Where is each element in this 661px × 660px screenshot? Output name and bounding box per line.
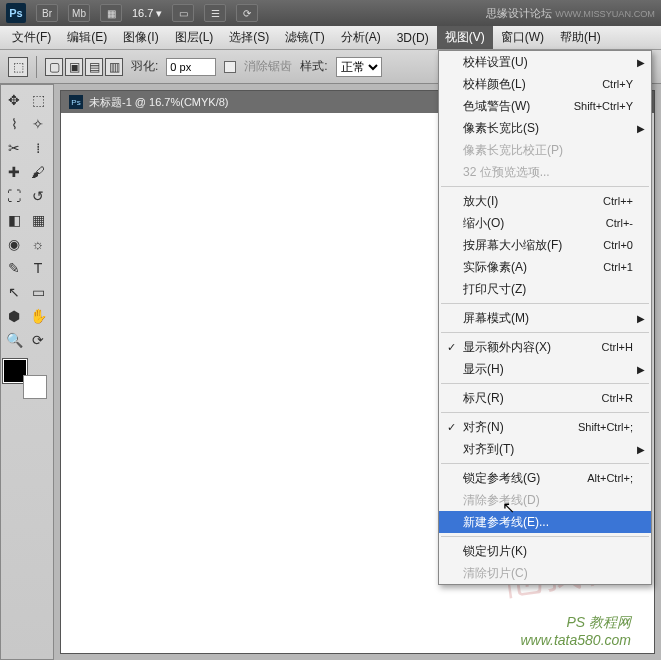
menu-item: 清除参考线(D): [439, 489, 651, 511]
menu-item[interactable]: 显示(H)▶: [439, 358, 651, 380]
menu-item[interactable]: 色域警告(W)Shift+Ctrl+Y: [439, 95, 651, 117]
menu-item: 32 位预览选项...: [439, 161, 651, 183]
intersect-selection[interactable]: ▥: [105, 58, 123, 76]
bridge-button[interactable]: Br: [36, 4, 58, 22]
menu-4[interactable]: 选择(S): [221, 26, 277, 49]
feather-input[interactable]: [166, 58, 216, 76]
antialias-label: 消除锯齿: [244, 58, 292, 75]
toolbox: ✥ ⬚ ⌇ ✧ ✂ ⁞ ✚ 🖌 ⛶ ↺ ◧ ▦ ◉ ☼ ✎ T ↖ ▭ ⬢ ✋ …: [0, 84, 54, 660]
tool-crop[interactable]: ✂: [3, 137, 25, 159]
menu-9[interactable]: 窗口(W): [493, 26, 552, 49]
rotate-view-button[interactable]: ⟳: [236, 4, 258, 22]
add-selection[interactable]: ▣: [65, 58, 83, 76]
menu-item[interactable]: 新建参考线(E)...: [439, 511, 651, 533]
menubar: 文件(F)编辑(E)图像(I)图层(L)选择(S)滤镜(T)分析(A)3D(D)…: [0, 26, 661, 50]
color-swatches[interactable]: [3, 359, 47, 399]
tool-wand[interactable]: ✧: [27, 113, 49, 135]
zoom-display[interactable]: 16.7 ▾: [132, 7, 162, 20]
tool-hand[interactable]: ✋: [27, 305, 49, 327]
menu-item[interactable]: 校样设置(U)▶: [439, 51, 651, 73]
tool-eraser[interactable]: ◧: [3, 209, 25, 231]
tool-zoom[interactable]: 🔍: [3, 329, 25, 351]
background-color[interactable]: [23, 375, 47, 399]
minibridge-button[interactable]: Mb: [68, 4, 90, 22]
antialias-checkbox[interactable]: [224, 61, 236, 73]
menu-item[interactable]: 屏幕模式(M)▶: [439, 307, 651, 329]
tool-rotate[interactable]: ⟳: [27, 329, 49, 351]
style-label: 样式:: [300, 58, 327, 75]
document-title: 未标题-1 @ 16.7%(CMYK/8): [89, 95, 229, 110]
menu-item[interactable]: ✓显示额外内容(X)Ctrl+H: [439, 336, 651, 358]
menu-3[interactable]: 图层(L): [167, 26, 222, 49]
marquee-tool-preset[interactable]: ⬚: [8, 57, 28, 77]
tool-lasso[interactable]: ⌇: [3, 113, 25, 135]
menu-item[interactable]: 对齐到(T)▶: [439, 438, 651, 460]
menu-8[interactable]: 视图(V): [437, 26, 493, 49]
tool-gradient[interactable]: ▦: [27, 209, 49, 231]
tool-path[interactable]: ↖: [3, 281, 25, 303]
selection-mode-group: ▢ ▣ ▤ ▥: [45, 58, 123, 76]
menu-1[interactable]: 编辑(E): [59, 26, 115, 49]
menu-item[interactable]: 像素长宽比(S)▶: [439, 117, 651, 139]
screen-mode-button[interactable]: ▭: [172, 4, 194, 22]
titlebar: Ps Br Mb ▦ 16.7 ▾ ▭ ☰ ⟳ 思缘设计论坛 WWW.MISSY…: [0, 0, 661, 26]
menu-item: 像素长宽比校正(P): [439, 139, 651, 161]
tool-shape[interactable]: ▭: [27, 281, 49, 303]
menu-0[interactable]: 文件(F): [4, 26, 59, 49]
menu-2[interactable]: 图像(I): [115, 26, 166, 49]
menu-item[interactable]: ✓对齐(N)Shift+Ctrl+;: [439, 416, 651, 438]
menu-item[interactable]: 放大(I)Ctrl++: [439, 190, 651, 212]
extras-button[interactable]: ☰: [204, 4, 226, 22]
arrange-button[interactable]: ▦: [100, 4, 122, 22]
tool-pen[interactable]: ✎: [3, 257, 25, 279]
feather-label: 羽化:: [131, 58, 158, 75]
menu-item: 清除切片(C): [439, 562, 651, 584]
new-selection[interactable]: ▢: [45, 58, 63, 76]
menu-item[interactable]: 锁定切片(K): [439, 540, 651, 562]
menu-item[interactable]: 打印尺寸(Z): [439, 278, 651, 300]
tool-dodge[interactable]: ☼: [27, 233, 49, 255]
tool-history[interactable]: ↺: [27, 185, 49, 207]
tool-marquee[interactable]: ⬚: [27, 89, 49, 111]
style-select[interactable]: 正常: [336, 57, 382, 77]
tool-type[interactable]: T: [27, 257, 49, 279]
doc-icon: Ps: [69, 95, 83, 109]
tool-move[interactable]: ✥: [3, 89, 25, 111]
menu-item[interactable]: 标尺(R)Ctrl+R: [439, 387, 651, 409]
menu-item[interactable]: 缩小(O)Ctrl+-: [439, 212, 651, 234]
tool-stamp[interactable]: ⛶: [3, 185, 25, 207]
tool-heal[interactable]: ✚: [3, 161, 25, 183]
tool-3d[interactable]: ⬢: [3, 305, 25, 327]
menu-item[interactable]: 按屏幕大小缩放(F)Ctrl+0: [439, 234, 651, 256]
tool-eyedropper[interactable]: ⁞: [27, 137, 49, 159]
app-icon: Ps: [6, 3, 26, 23]
tool-blur[interactable]: ◉: [3, 233, 25, 255]
subtract-selection[interactable]: ▤: [85, 58, 103, 76]
menu-item[interactable]: 校样颜色(L)Ctrl+Y: [439, 73, 651, 95]
menu-item[interactable]: 实际像素(A)Ctrl+1: [439, 256, 651, 278]
footer-watermark: PS 教程网 www.tata580.com: [521, 614, 632, 648]
view-menu-dropdown: 校样设置(U)▶校样颜色(L)Ctrl+Y色域警告(W)Shift+Ctrl+Y…: [438, 50, 652, 585]
tool-brush[interactable]: 🖌: [27, 161, 49, 183]
menu-6[interactable]: 分析(A): [333, 26, 389, 49]
titlebar-watermark: 思缘设计论坛 WWW.MISSYUAN.COM: [486, 6, 655, 21]
menu-10[interactable]: 帮助(H): [552, 26, 609, 49]
menu-5[interactable]: 滤镜(T): [277, 26, 332, 49]
menu-7[interactable]: 3D(D): [389, 28, 437, 48]
menu-item[interactable]: 锁定参考线(G)Alt+Ctrl+;: [439, 467, 651, 489]
